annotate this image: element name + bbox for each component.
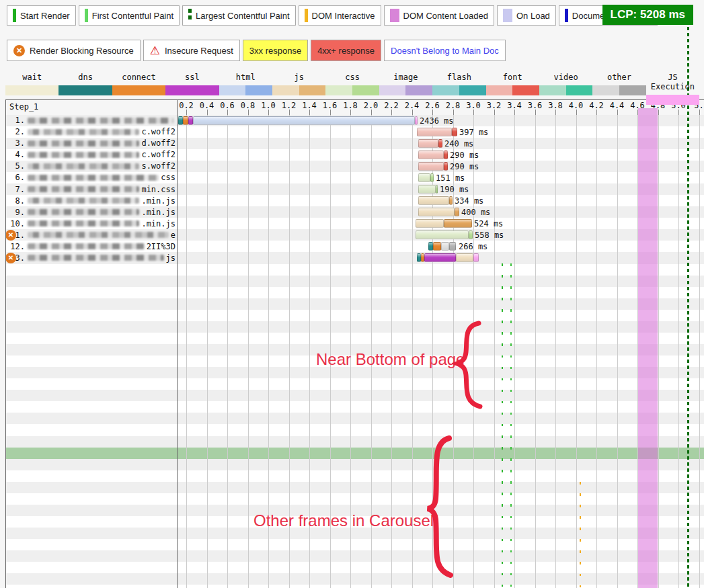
legend-event-start-render: Start Render xyxy=(7,5,76,26)
gridline xyxy=(248,114,249,588)
waterfall-bar-segment-jsx[interactable] xyxy=(473,253,479,262)
row-stripe xyxy=(6,470,704,482)
request-duration-label: 524 ms xyxy=(474,219,503,228)
swatch-light xyxy=(58,85,85,95)
type-label: ssl xyxy=(165,73,219,82)
swatch-dark xyxy=(405,85,432,95)
swatch-light xyxy=(325,85,352,95)
swatch-light xyxy=(432,85,459,95)
swatch-dark xyxy=(352,85,379,95)
request-number: 12. xyxy=(6,242,25,251)
request-label-row[interactable]: 7.min.css xyxy=(6,183,176,195)
waterfall-bar-segment-dns[interactable] xyxy=(428,242,433,251)
render-blocking-icon: ✕ xyxy=(13,45,25,56)
waterfall-bar-segment-js_d[interactable] xyxy=(449,196,453,205)
type-legend-video: video xyxy=(539,73,592,105)
waterfall-bar-segment-css_l[interactable] xyxy=(416,230,469,239)
request-label-row[interactable]: 8..min.js xyxy=(6,195,176,206)
waterfall-bar-segment-js_d[interactable] xyxy=(455,208,459,216)
waterfall-bar-segment-font_l[interactable] xyxy=(417,128,452,136)
waterfall-bar-segment-js_d[interactable] xyxy=(444,219,472,228)
legend-swatch xyxy=(565,9,568,22)
column-separator xyxy=(177,99,178,588)
waterfall-bar-segment-font_l[interactable] xyxy=(418,139,438,148)
redacted-url xyxy=(28,232,169,238)
waterfall-bar-segment-css_d[interactable] xyxy=(469,230,473,239)
waterfall-bar-segment-html_l[interactable] xyxy=(193,116,415,125)
swatch-dark xyxy=(672,95,699,105)
request-label-row[interactable]: 1. xyxy=(6,115,176,126)
legend-label: DOM Content Loaded xyxy=(403,11,488,21)
request-label-row[interactable]: 9..min.js xyxy=(6,206,176,218)
type-swatch xyxy=(539,85,592,95)
waterfall-bar-segment-font_d[interactable] xyxy=(452,128,457,136)
waterfall-bar-segment-font_d[interactable] xyxy=(438,139,442,148)
request-label-row[interactable]: 6.css xyxy=(6,172,176,183)
resource-type-legend: waitdnsconnectsslhtmljscssimageflashfont… xyxy=(5,73,699,105)
swatch-light xyxy=(5,85,32,95)
type-legend-flash: flash xyxy=(432,73,485,105)
waterfall-bar-segment-connect[interactable] xyxy=(183,116,188,125)
redacted-url xyxy=(28,152,139,158)
lcp-marker-line xyxy=(687,27,689,588)
axis-tick-mark xyxy=(637,110,638,115)
url-suffix: s.woff2 xyxy=(141,161,176,171)
waterfall-bar-segment-css_l[interactable] xyxy=(418,173,430,182)
legend-flag-4[interactable]: Doesn't Belong to Main Doc xyxy=(384,40,506,61)
request-number: 7. xyxy=(6,185,25,194)
request-label-row[interactable]: 12.2II%3D xyxy=(6,241,176,252)
legend-label: DOM Interactive xyxy=(312,11,375,21)
type-swatch xyxy=(646,95,699,105)
gridline xyxy=(207,114,208,588)
waterfall-bar-segment-connect[interactable] xyxy=(433,242,441,251)
waterfall-bar-segment-css_d[interactable] xyxy=(436,185,438,194)
type-swatch xyxy=(219,85,272,95)
dom-content-loaded-band xyxy=(638,108,658,588)
waterfall-bar-segment-other_l[interactable] xyxy=(441,242,449,251)
request-duration-label: 397 ms xyxy=(459,128,488,137)
waterfall-bar-segment-js_l[interactable] xyxy=(416,219,444,228)
waterfall-bar-segment-font_l[interactable] xyxy=(418,162,444,171)
request-label-row[interactable]: ✕11.e xyxy=(6,229,176,241)
axis-tick-mark xyxy=(309,110,310,115)
axis-tick-mark xyxy=(350,110,351,115)
waterfall-bar-segment-js_l[interactable] xyxy=(418,196,449,205)
axis-tick-mark xyxy=(658,110,659,115)
waterfall-bar-segment-dns[interactable] xyxy=(178,116,183,125)
request-label-row[interactable]: ✕13.js xyxy=(6,252,176,263)
waterfall-bar-segment-font_d[interactable] xyxy=(444,162,448,171)
axis-tick-mark xyxy=(432,110,433,115)
gridline xyxy=(535,114,536,588)
swatch-dark xyxy=(299,85,326,95)
waterfall-bar-segment-ssl[interactable] xyxy=(424,253,456,262)
type-swatch xyxy=(325,85,379,95)
swatch-light xyxy=(112,85,139,95)
url-suffix: .min.js xyxy=(141,208,176,217)
swatch-dark xyxy=(619,85,646,95)
waterfall-bar-segment-ssl[interactable] xyxy=(188,116,193,125)
request-label-row[interactable]: 5.s.woff2 xyxy=(6,161,176,172)
request-label-row[interactable]: 4.c.woff2 xyxy=(6,149,176,161)
row-stripe xyxy=(6,424,704,435)
waterfall-bar-segment-css_d[interactable] xyxy=(430,173,434,182)
row-stripe xyxy=(6,550,704,562)
swatch-light xyxy=(379,85,406,95)
type-swatch xyxy=(592,85,646,95)
request-label-row[interactable]: 3.d.woff2 xyxy=(6,138,176,149)
waterfall-bar-segment-js_l[interactable] xyxy=(456,253,473,262)
swatch-light xyxy=(592,85,619,95)
waterfall-bar-segment-font_d[interactable] xyxy=(444,151,448,159)
redacted-url xyxy=(28,209,139,215)
type-label: js xyxy=(272,73,325,82)
waterfall-bar-segment-js_l[interactable] xyxy=(418,208,455,216)
waterfall-bar-segment-css_l[interactable] xyxy=(418,185,436,194)
request-label-row[interactable]: 10..min.js xyxy=(6,218,176,229)
axis-tick-mark xyxy=(227,110,228,115)
red-brace-near-bottom xyxy=(452,320,487,410)
legend-flag-label: Doesn't Belong to Main Doc xyxy=(391,46,499,56)
waterfall-bar-segment-jsx[interactable] xyxy=(415,116,418,125)
waterfall-bar-segment-font_l[interactable] xyxy=(418,151,444,159)
request-number: 1. xyxy=(6,116,25,125)
request-label-row[interactable]: 2.c.woff2 xyxy=(6,126,176,138)
waterfall-bar-segment-other_d[interactable] xyxy=(449,242,456,251)
